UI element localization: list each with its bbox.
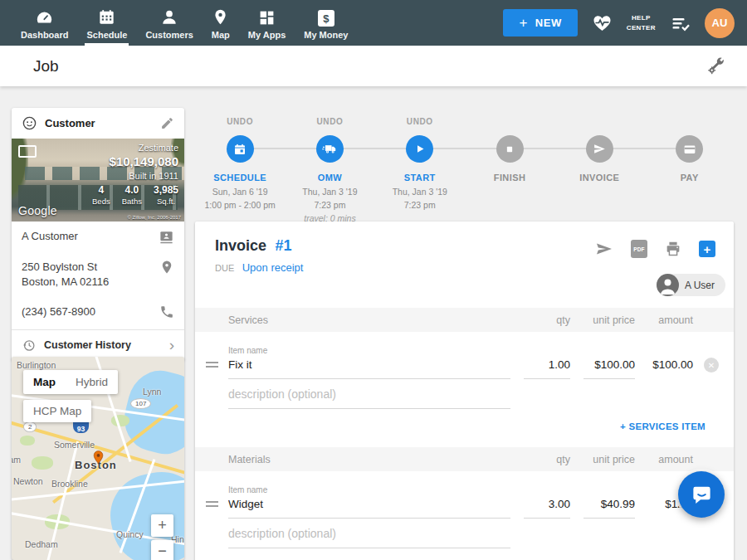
- zillow-copyright: © Zillow, Inc. 2006-2017: [128, 215, 181, 220]
- user-silhouette-icon: [657, 274, 679, 296]
- zoom-out-button[interactable]: −: [151, 540, 173, 560]
- chat-launcher-button[interactable]: [678, 471, 725, 518]
- nav-label: Map: [212, 30, 230, 40]
- new-button-label: NEW: [535, 17, 562, 29]
- map-label-dedham: Dedham: [25, 539, 58, 549]
- help-center-link[interactable]: HELP CENTER: [627, 13, 656, 32]
- chat-bubble-icon: [691, 484, 713, 506]
- nav-label: Schedule: [86, 30, 127, 40]
- plus-icon: +: [519, 16, 527, 30]
- finish-step-button[interactable]: [496, 135, 524, 163]
- nav-item-map[interactable]: Map: [203, 0, 239, 46]
- nav-label: Dashboard: [21, 30, 68, 40]
- map-type-map-button[interactable]: Map: [23, 376, 66, 388]
- property-stats: 4Beds 4.0Baths 3,985Sq.ft.: [92, 184, 178, 206]
- new-button[interactable]: + NEW: [503, 9, 577, 37]
- undo-schedule-button[interactable]: UNDO: [195, 117, 285, 128]
- customer-card-header: Customer: [12, 108, 184, 139]
- step-date: Thu, Jan 3 '19 7:23 pm: [375, 186, 465, 212]
- material-unit-price-input[interactable]: [583, 496, 635, 519]
- hcp-map-button[interactable]: HCP Map: [23, 400, 91, 422]
- step-start: UNDO START Thu, Jan 3 '19 7:23 pm: [375, 114, 465, 225]
- property-street-photo[interactable]: Zestimate $10,149,080 Built in 1911 4Bed…: [12, 139, 184, 222]
- services-title: Services: [228, 314, 510, 326]
- step-label: PAY: [644, 173, 734, 183]
- chevron-right-icon: ›: [169, 339, 174, 351]
- start-step-button[interactable]: [406, 135, 433, 163]
- map-widget[interactable]: Burlington Lynn Somerville Waltham Bosto…: [12, 357, 184, 560]
- invoice-header: Invoice #1 DUE Upon receipt PDF +: [195, 222, 734, 308]
- materials-title: Materials: [228, 454, 510, 465]
- edit-pencil-icon[interactable]: [160, 116, 174, 130]
- nav-item-customers[interactable]: Customers: [136, 0, 202, 46]
- pay-step-button[interactable]: [676, 135, 703, 163]
- step-omw: UNDO OMW Thu, Jan 3 '19 7:23 pm travel: …: [285, 114, 374, 225]
- address-line1: 250 Boylston St: [22, 261, 97, 273]
- zoom-in-button[interactable]: +: [151, 514, 173, 537]
- undo-start-button[interactable]: UNDO: [375, 117, 465, 128]
- customer-address-row: 250 Boylston St Boston, MA 02116: [12, 252, 184, 297]
- customer-name-row: A Customer: [12, 222, 184, 252]
- omw-step-button[interactable]: [316, 135, 344, 163]
- step-label: SCHEDULE: [195, 173, 285, 183]
- material-description-input[interactable]: [228, 525, 510, 548]
- nav-item-my-apps[interactable]: My Apps: [239, 0, 295, 46]
- baths-label: Baths: [122, 197, 142, 206]
- nav-item-my-money[interactable]: $ My Money: [295, 0, 357, 46]
- nav-item-schedule[interactable]: Schedule: [77, 0, 136, 46]
- service-unit-price-input[interactable]: [583, 357, 635, 379]
- nav-item-dashboard[interactable]: Dashboard: [12, 0, 77, 46]
- pdf-icon[interactable]: PDF: [631, 240, 647, 258]
- service-item-name-input[interactable]: [228, 357, 510, 379]
- map-type-hybrid-button[interactable]: Hybrid: [66, 376, 118, 388]
- baths-value: 4.0: [122, 184, 142, 196]
- location-pin-icon[interactable]: [159, 260, 174, 275]
- service-description-input[interactable]: [228, 386, 510, 409]
- add-invoice-button[interactable]: +: [699, 241, 715, 257]
- step-invoice: INVOICE: [554, 114, 644, 225]
- sqft-label: Sq.ft.: [154, 197, 178, 206]
- send-invoice-icon[interactable]: [594, 239, 614, 259]
- phone-icon[interactable]: [159, 304, 174, 319]
- pdf-label: PDF: [633, 246, 645, 252]
- drag-handle[interactable]: [195, 362, 228, 379]
- material-item-name-input[interactable]: [228, 496, 510, 519]
- credit-card-icon: [682, 142, 697, 157]
- step-date-line1: Thu, Jan 3 '19: [393, 187, 447, 197]
- stop-icon: [503, 143, 516, 156]
- job-settings-wrench-gear-icon[interactable]: [706, 56, 725, 75]
- street-view-icon[interactable]: [18, 145, 37, 158]
- schedule-step-button[interactable]: [227, 135, 254, 163]
- user-avatar[interactable]: AU: [705, 8, 735, 38]
- assigned-user-chip[interactable]: A User: [657, 274, 725, 296]
- contact-card-icon[interactable]: [159, 229, 174, 245]
- apps-grid-icon: [258, 7, 276, 27]
- customer-history-link[interactable]: Customer History ›: [12, 330, 184, 361]
- avatar-initials: AU: [712, 17, 728, 29]
- service-qty-input[interactable]: [524, 357, 570, 379]
- invoice-actions: PDF +: [594, 239, 715, 259]
- navbar-right: + NEW HELP CENTER AU: [503, 0, 747, 46]
- address-line2: Boston, MA 02116: [22, 275, 109, 288]
- invoice-number[interactable]: #1: [275, 237, 291, 254]
- drag-handle[interactable]: [195, 501, 228, 519]
- due-terms-link[interactable]: Upon receipt: [242, 261, 304, 274]
- step-date-line2: 7:23 pm: [404, 200, 436, 210]
- undo-omw-button[interactable]: UNDO: [285, 117, 374, 128]
- checklist-icon[interactable]: [670, 13, 691, 33]
- map-type-controls: Map Hybrid HCP Map: [23, 370, 118, 422]
- materials-section-header: Materials qty unit price amount: [195, 447, 734, 471]
- health-heart-icon[interactable]: [592, 13, 613, 33]
- add-services-item-button[interactable]: + SERVICES ITEM: [195, 421, 706, 431]
- material-qty-input[interactable]: [524, 496, 570, 519]
- invoice-step-button[interactable]: [586, 135, 613, 163]
- map-label-newton: Newton: [13, 476, 43, 486]
- map-label-quincy: Quincy: [116, 529, 144, 539]
- remove-item-icon[interactable]: ✕: [704, 358, 719, 373]
- map-label-lynn: Lynn: [143, 387, 161, 397]
- step-date-line1: Thu, Jan 3 '19: [302, 187, 357, 197]
- job-location-pin-icon[interactable]: [91, 448, 105, 470]
- customer-card-title: Customer: [45, 117, 153, 129]
- print-icon[interactable]: [664, 240, 682, 258]
- step-finish: FINISH: [465, 114, 554, 225]
